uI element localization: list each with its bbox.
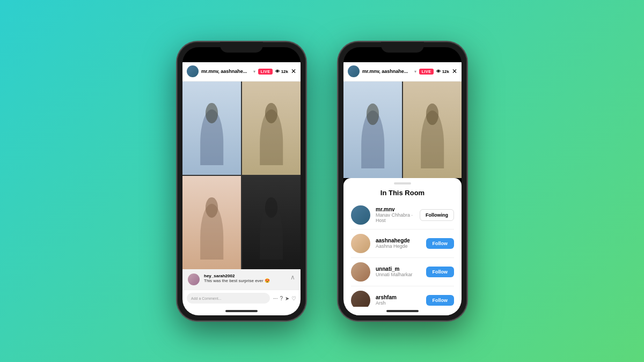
video-grid-1 [182, 82, 301, 269]
header-bar-2: mr.mnv, aashnahe... ▾ LIVE 👁 12k ✕ [343, 62, 462, 82]
chevron-down-icon: ▾ [253, 69, 255, 74]
sheet-title: In This Room [343, 187, 462, 201]
list-item: arshfam Arsh Follow [343, 286, 462, 307]
avatar-arsh [351, 291, 370, 307]
phone-2: 9:41 ▲ ▮ mr.mnv, aashnahe... ▾ LIVE 👁 12… [338, 42, 467, 321]
video-cell-3 [182, 176, 241, 269]
video-grid-2 [343, 82, 462, 178]
home-indicator-1 [225, 310, 258, 312]
room-info-4: arshfam Arsh [376, 294, 421, 306]
header-avatar-1 [187, 65, 199, 77]
commenter-avatar [188, 274, 200, 285]
list-item: mr.mnv Manav Chhabra · Host Following [343, 201, 462, 229]
wifi-icon-2: ▲ [444, 55, 449, 60]
phone-1-screen: 9:41 ▲ ▮ mr.mnv, aashnahe... ▾ LIVE 👁 12… [182, 47, 301, 315]
bottom-sheet: In This Room mr.mnv Manav Chhabra · Host… [343, 178, 462, 315]
signal-icon [275, 55, 281, 60]
username-1: mr.mnv [376, 206, 414, 212]
time-1: 9:41 [191, 54, 202, 60]
video-cell-4 [242, 176, 301, 269]
room-info-1: mr.mnv Manav Chhabra · Host [376, 206, 414, 223]
time-2: 9:41 [352, 54, 363, 60]
following-button-1[interactable]: Following [420, 209, 454, 221]
viewer-count-2: 👁 12k [436, 69, 449, 74]
live-badge-1: LIVE [258, 69, 273, 75]
more-icon[interactable]: ··· [273, 295, 277, 301]
notch [220, 42, 263, 53]
comment-username: hey_sarah2002 [204, 274, 286, 278]
video-cell-2 [242, 82, 301, 175]
realname-4: Arsh [376, 300, 421, 306]
status-icons-1: ▲ ▮ [275, 55, 292, 60]
phone-2-screen: 9:41 ▲ ▮ mr.mnv, aashnahe... ▾ LIVE 👁 12… [343, 47, 462, 315]
avatar-mrmnv [351, 205, 370, 225]
username-3: unnati_m [376, 266, 421, 272]
home-bar-2 [343, 307, 462, 315]
comment-input[interactable]: Add a Comment... [187, 293, 270, 304]
notch-2 [381, 42, 424, 53]
viewer-count-1: 👁 12k [275, 69, 288, 74]
input-action-icons: ··· ? ➤ ♡ [273, 295, 296, 301]
battery-icon: ▮ [289, 55, 292, 60]
input-bar: Add a Comment... ··· ? ➤ ♡ [182, 290, 301, 307]
room-info-2: aashnahegde Aashna Hegde [376, 238, 421, 249]
phone-1: 9:41 ▲ ▮ mr.mnv, aashnahe... ▾ LIVE 👁 12… [177, 42, 306, 321]
list-item: aashnahegde Aashna Hegde Follow [343, 230, 462, 257]
room-info-3: unnati_m Unnati Malharkar [376, 266, 421, 277]
header-bar-1: mr.mnv, aashnahe... ▾ LIVE 👁 12k ✕ [182, 62, 301, 82]
video-cell-1 [182, 82, 241, 175]
chevron-down-icon-2: ▾ [414, 69, 416, 74]
close-button-2[interactable]: ✕ [452, 68, 457, 75]
follow-button-4[interactable]: Follow [426, 295, 455, 306]
avatar-unnati [351, 262, 370, 282]
wifi-icon: ▲ [283, 55, 288, 60]
heart-icon[interactable]: ♡ [291, 295, 296, 301]
close-button-1[interactable]: ✕ [291, 68, 296, 75]
live-badge-2: LIVE [419, 69, 434, 75]
follow-button-3[interactable]: Follow [426, 267, 455, 277]
comment-content: hey_sarah2002 This was the best surprise… [204, 274, 286, 283]
question-icon[interactable]: ? [280, 295, 283, 301]
comment-overlay: hey_sarah2002 This was the best surprise… [182, 269, 301, 290]
header-name-2: mr.mnv, aashnahe... [362, 69, 412, 74]
realname-2: Aashna Hegde [376, 243, 421, 249]
realname-1: Manav Chhabra · Host [376, 212, 414, 223]
header-name-1: mr.mnv, aashnahe... [201, 69, 251, 74]
status-icons-2: ▲ ▮ [436, 55, 453, 60]
video-cell-2-1 [343, 82, 402, 178]
comment-chevron-icon: ∧ [290, 274, 295, 281]
sheet-handle [394, 182, 411, 184]
battery-icon-2: ▮ [450, 55, 453, 60]
signal-icon-2 [436, 55, 442, 60]
home-indicator-2 [386, 310, 419, 312]
username-2: aashnahegde [376, 238, 421, 243]
video-cell-2-2 [403, 82, 462, 178]
comment-text: This was the best surprise ever 😍 [204, 278, 286, 283]
home-bar-1 [182, 307, 301, 315]
realname-3: Unnati Malharkar [376, 272, 421, 277]
room-list: mr.mnv Manav Chhabra · Host Following aa… [343, 201, 462, 307]
follow-button-2[interactable]: Follow [426, 238, 455, 249]
avatar-aashna [351, 234, 370, 253]
header-avatar-2 [348, 65, 360, 77]
username-4: arshfam [376, 294, 421, 300]
send-icon[interactable]: ➤ [285, 295, 289, 301]
list-item: unnati_m Unnati Malharkar Follow [343, 258, 462, 286]
